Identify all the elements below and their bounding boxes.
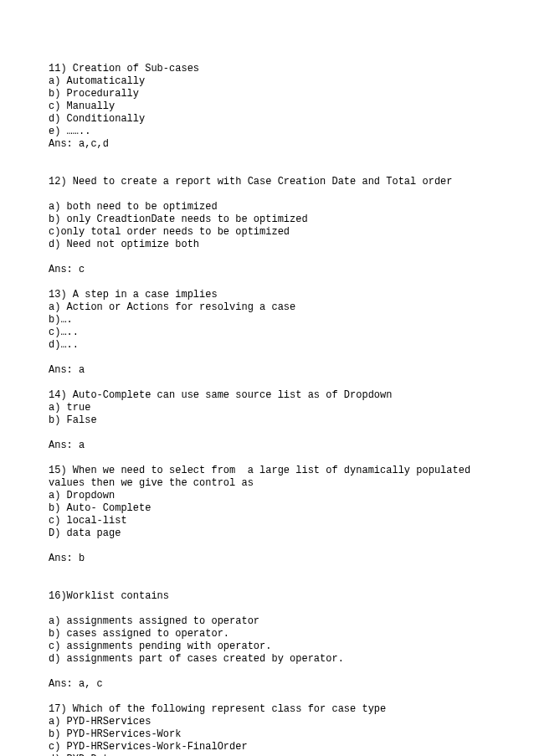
document-body: 11) Creation of Sub-cases a) Automatical… bbox=[49, 63, 485, 756]
